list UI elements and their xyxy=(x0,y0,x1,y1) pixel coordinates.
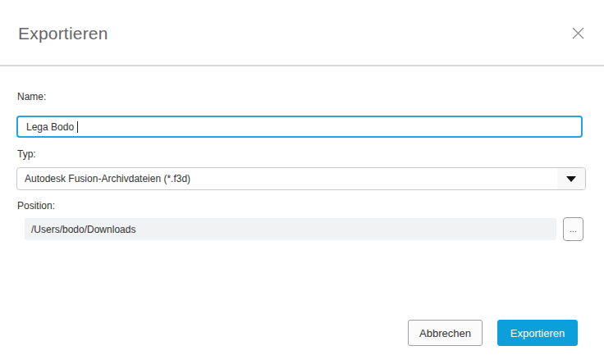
close-button[interactable] xyxy=(570,26,586,43)
page-title: Exportieren xyxy=(18,24,108,43)
text-caret xyxy=(77,121,78,133)
export-button[interactable]: Exportieren xyxy=(497,320,578,346)
name-input[interactable]: Lega Bodo xyxy=(16,116,583,138)
position-path-value: /Users/bodo/Downloads xyxy=(31,224,135,235)
position-label: Position: xyxy=(17,200,55,212)
name-input-value: Lega Bodo xyxy=(26,121,74,133)
cancel-button[interactable]: Abbrechen xyxy=(408,320,483,346)
position-path-field: /Users/bodo/Downloads xyxy=(25,218,556,240)
export-dialog: Exportieren Name: Lega Bodo Typ: Autodes… xyxy=(0,0,604,364)
browse-button[interactable]: ... xyxy=(563,217,583,241)
select-arrow-cap xyxy=(557,168,585,189)
header-divider xyxy=(0,65,604,66)
type-label: Typ: xyxy=(17,148,36,160)
close-icon xyxy=(571,26,585,43)
chevron-down-icon xyxy=(566,176,576,182)
type-select-value: Autodesk Fusion-Archivdateien (*.f3d) xyxy=(25,173,190,184)
type-select[interactable]: Autodesk Fusion-Archivdateien (*.f3d) xyxy=(16,167,586,190)
name-label: Name: xyxy=(17,91,46,102)
